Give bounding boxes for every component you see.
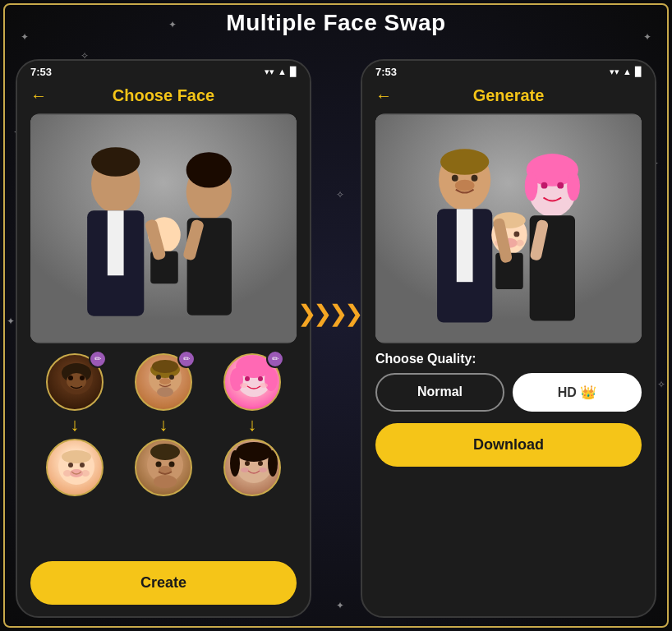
source-face-3-wrapper[interactable]: ✏ (223, 353, 281, 411)
right-nav-bar: ← Generate (362, 81, 655, 113)
baby-face-svg (48, 440, 104, 496)
left-photo-scene (30, 113, 297, 343)
arrow-down-3: ↓ (248, 416, 257, 434)
normal-quality-button[interactable]: Normal (375, 373, 504, 412)
svg-point-42 (245, 376, 250, 381)
svg-point-48 (230, 450, 240, 477)
svg-point-67 (541, 182, 548, 188)
svg-point-50 (245, 461, 250, 466)
family-photo-svg (30, 113, 297, 343)
page-title: Multiple Face Swap (0, 10, 672, 36)
quality-section: Choose Quality: Normal HD 👑 (362, 343, 655, 417)
right-photo-area (375, 113, 642, 343)
face-pair-3: ✏ ↓ (223, 353, 281, 496)
arrow-between: ❯❯❯❯❯ (311, 302, 361, 325)
left-nav-title: Choose Face (113, 86, 214, 105)
man-face-svg (136, 440, 192, 496)
edit-badge-3[interactable]: ✏ (266, 350, 284, 368)
wifi-icon: ▲ (278, 67, 287, 76)
svg-point-19 (62, 450, 91, 463)
right-signal-icon: ▾▾ (610, 67, 619, 77)
svg-point-22 (70, 469, 83, 477)
left-status-icons: ▾▾ ▲ ▉ (265, 67, 297, 77)
svg-point-43 (258, 376, 263, 381)
svg-rect-62 (457, 209, 473, 282)
svg-point-44 (240, 383, 248, 388)
svg-point-33 (150, 444, 180, 460)
target-face-woman[interactable] (223, 439, 281, 496)
svg-point-16 (68, 375, 73, 380)
face-pair-2: ✏ ↓ (135, 353, 192, 496)
right-photo-scene (375, 113, 642, 343)
svg-point-76 (516, 239, 524, 246)
left-photo-area (30, 113, 297, 343)
normal-quality-label: Normal (417, 385, 463, 398)
hd-quality-button[interactable]: HD 👑 (513, 373, 642, 412)
target-face-baby[interactable] (46, 439, 104, 496)
right-phone: 7:53 ▾▾ ▲ ▉ ← Generate (361, 59, 656, 618)
face-pairs-row: ✏ ↓ (30, 353, 297, 496)
right-status-bar: 7:53 ▾▾ ▲ ▉ (362, 61, 655, 81)
generated-photo-svg (375, 113, 642, 343)
face-pair-1: ✏ ↓ (46, 353, 104, 496)
svg-point-20 (68, 463, 73, 467)
left-status-time: 7:53 (30, 66, 52, 78)
arrow-down-2: ↓ (159, 416, 168, 434)
face-pairs-area: ✏ ↓ (17, 343, 310, 555)
create-button[interactable]: Create (30, 561, 297, 605)
svg-point-28 (156, 375, 161, 380)
signal-icon: ▾▾ (265, 67, 274, 77)
arrow-down-1: ↓ (71, 416, 80, 434)
right-status-icons: ▾▾ ▲ ▉ (610, 67, 642, 77)
svg-point-15 (67, 373, 86, 389)
svg-point-31 (157, 387, 173, 397)
source-face-2-wrapper[interactable]: ✏ (135, 353, 192, 411)
right-generated-photo (375, 113, 642, 343)
edit-badge-1[interactable]: ✏ (89, 350, 107, 368)
svg-point-66 (567, 171, 580, 200)
svg-point-9 (91, 147, 140, 177)
phones-container: 7:53 ▾▾ ▲ ▉ ← Choose Face (8, 53, 664, 623)
svg-point-37 (154, 475, 177, 488)
svg-point-41 (265, 368, 278, 391)
svg-point-51 (258, 461, 263, 466)
right-battery-icon: ▉ (635, 67, 642, 77)
svg-point-10 (186, 152, 232, 187)
svg-point-27 (152, 360, 178, 373)
svg-point-23 (63, 470, 71, 477)
source-face-1-wrapper[interactable]: ✏ (46, 353, 104, 411)
left-status-bar: 7:53 ▾▾ ▲ ▉ (17, 61, 310, 81)
svg-point-49 (268, 450, 278, 477)
svg-point-47 (236, 442, 272, 462)
svg-point-53 (259, 467, 267, 472)
left-nav-bar: ← Choose Face (17, 81, 310, 113)
svg-point-58 (452, 174, 458, 181)
svg-point-60 (455, 179, 475, 191)
quality-label: Choose Quality: (375, 352, 642, 366)
left-family-photo (30, 113, 297, 343)
right-wifi-icon: ▲ (623, 67, 632, 76)
svg-point-29 (169, 375, 174, 380)
svg-point-40 (230, 368, 243, 391)
left-back-button[interactable]: ← (30, 86, 47, 105)
woman-face-svg (225, 440, 281, 496)
right-nav-title: Generate (473, 86, 545, 105)
svg-point-68 (557, 182, 564, 188)
target-face-man[interactable] (135, 439, 192, 496)
svg-point-57 (440, 149, 489, 175)
svg-point-52 (241, 467, 249, 472)
svg-point-65 (525, 171, 538, 200)
download-button[interactable]: Download (375, 423, 642, 467)
left-phone: 7:53 ▾▾ ▲ ▉ ← Choose Face (16, 59, 311, 618)
right-back-button[interactable]: ← (375, 86, 392, 105)
hd-quality-label: HD 👑 (558, 385, 597, 399)
quality-buttons-row: Normal HD 👑 (375, 373, 642, 412)
svg-point-17 (80, 375, 85, 380)
svg-rect-4 (108, 210, 124, 275)
svg-point-35 (169, 461, 175, 467)
edit-badge-2[interactable]: ✏ (177, 350, 196, 368)
right-status-time: 7:53 (375, 66, 397, 78)
svg-point-59 (472, 174, 478, 181)
svg-point-73 (513, 231, 519, 237)
svg-point-24 (81, 470, 90, 477)
